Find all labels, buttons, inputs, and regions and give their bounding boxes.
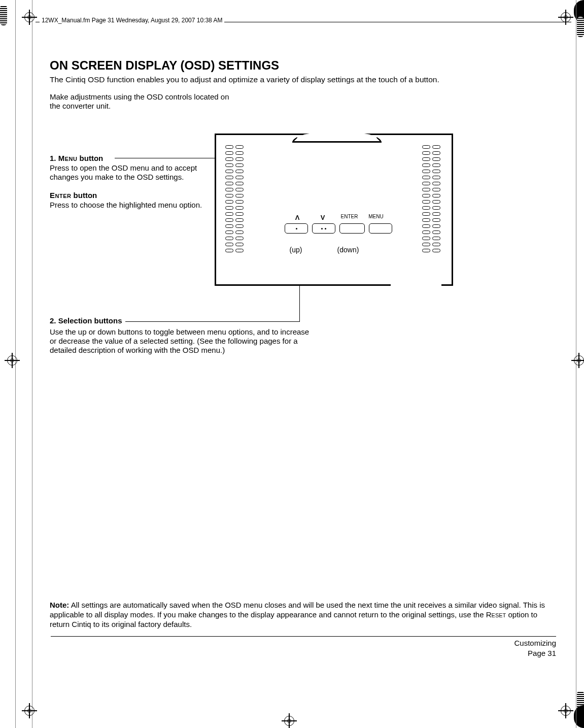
registration-mark-icon bbox=[574, 355, 584, 366]
binding-hatch-right-top bbox=[577, 17, 584, 37]
menu-label: MENU bbox=[363, 214, 389, 221]
content-area: ON SCREEN DISPLAY (OSD) SETTINGS The Cin… bbox=[50, 58, 556, 637]
callout-2-body: Use the up or down buttons to toggle bet… bbox=[50, 327, 314, 355]
page-title: ON SCREEN DISPLAY (OSD) SETTINGS bbox=[50, 58, 556, 73]
note-body-a: All settings are automatically saved whe… bbox=[50, 601, 545, 619]
footer-page: Page 31 bbox=[514, 648, 556, 658]
callout-enter-suffix: button bbox=[71, 191, 97, 200]
down-sublabel: (down) bbox=[330, 246, 366, 254]
callout-1-label: Menu bbox=[58, 154, 78, 162]
vent-grille-left bbox=[225, 145, 246, 252]
callout-2-title: 2. Selection buttons bbox=[50, 316, 125, 325]
button-labels-row: Λ V ENTER MENU bbox=[285, 214, 401, 221]
registration-mark-icon bbox=[284, 716, 294, 726]
callout-enter-title: Enter button bbox=[50, 191, 207, 200]
callout-enter-body: Press to choose the highlighted menu opt… bbox=[50, 201, 207, 210]
footer-rule bbox=[51, 636, 556, 637]
up-button[interactable] bbox=[285, 223, 308, 234]
button-sublabels: (up) (down) bbox=[285, 246, 401, 254]
note-reset: eset bbox=[492, 610, 506, 619]
footer-section: Customizing bbox=[514, 638, 556, 648]
corner-blob-br bbox=[574, 705, 584, 728]
callout-1-num: 1. bbox=[50, 154, 58, 162]
binding-hatch-left bbox=[0, 5, 7, 25]
registration-mark-icon bbox=[7, 355, 17, 366]
button-row bbox=[285, 223, 401, 234]
intro-text: The Cintiq OSD function enables you to a… bbox=[50, 75, 556, 84]
callout-1-suffix: button bbox=[77, 154, 103, 162]
note-paragraph: Note: All settings are automatically sav… bbox=[50, 601, 556, 629]
menu-button[interactable] bbox=[369, 223, 392, 234]
enter-label: ENTER bbox=[335, 214, 363, 221]
registration-mark-icon bbox=[24, 12, 35, 22]
registration-mark-icon bbox=[561, 12, 571, 22]
device-cutout bbox=[391, 284, 441, 286]
enter-button[interactable] bbox=[339, 223, 365, 234]
running-header: 12WX_Manual.fm Page 31 Wednesday, August… bbox=[40, 17, 224, 24]
up-symbol: Λ bbox=[285, 214, 310, 221]
vent-grille-right bbox=[422, 145, 442, 252]
up-sublabel: (up) bbox=[282, 246, 310, 254]
callouts-left: 1. Menu button Press to open the OSD men… bbox=[50, 154, 207, 219]
footer: Customizing Page 31 bbox=[514, 638, 556, 658]
callout-1-body: Press to open the OSD menu and to accept… bbox=[50, 163, 207, 182]
page: 12WX_Manual.fm Page 31 Wednesday, August… bbox=[0, 0, 584, 728]
note-label: Note: bbox=[50, 601, 69, 609]
registration-mark-icon bbox=[561, 706, 571, 716]
diagram: 1. Menu button Press to open the OSD men… bbox=[50, 134, 556, 352]
sub-text: Make adjustments using the OSD controls … bbox=[50, 92, 232, 111]
down-button[interactable] bbox=[312, 223, 335, 234]
guide-line bbox=[32, 0, 32, 728]
down-symbol: V bbox=[310, 214, 335, 221]
leader-line bbox=[112, 321, 300, 322]
registration-mark-icon bbox=[24, 706, 35, 716]
converter-unit-illustration: Λ V ENTER MENU (up) (down) bbox=[215, 134, 453, 286]
callout-enter-label: Enter bbox=[50, 191, 71, 200]
osd-button-panel: Λ V ENTER MENU (up) (down) bbox=[285, 214, 401, 254]
